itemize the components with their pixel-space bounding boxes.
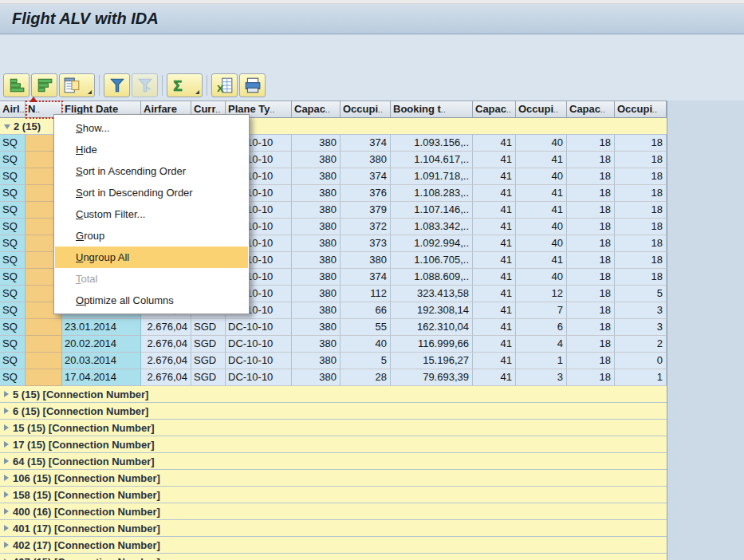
table-cell[interactable]: 66 xyxy=(341,302,391,319)
menu-item[interactable]: Optimize all Columns xyxy=(55,290,248,311)
group-row-collapsed[interactable]: 402 (17) [Connection Number] xyxy=(0,537,667,554)
table-cell[interactable]: 20.02.2014 xyxy=(62,336,141,353)
group-row-collapsed[interactable]: 17 (15) [Connection Number] xyxy=(0,436,667,453)
table-cell[interactable]: 380 xyxy=(292,319,341,336)
table-cell[interactable]: 380 xyxy=(292,269,341,286)
table-cell[interactable]: 41 xyxy=(473,252,516,269)
table-cell[interactable]: 2.676,04 xyxy=(141,336,191,353)
table-cell[interactable]: 380 xyxy=(292,135,341,152)
table-cell[interactable]: 41 xyxy=(473,286,516,302)
group-row-collapsed[interactable]: 158 (15) [Connection Number] xyxy=(0,487,667,503)
table-cell[interactable] xyxy=(26,319,62,336)
menu-item[interactable]: Hide xyxy=(55,139,248,160)
table-cell[interactable]: 18 xyxy=(615,202,667,219)
export-spreadsheet-button[interactable]: x xyxy=(211,73,238,97)
table-cell[interactable]: SQ xyxy=(0,252,26,269)
table-cell[interactable]: 5 xyxy=(615,286,667,302)
table-cell[interactable]: SQ xyxy=(0,286,26,302)
table-cell[interactable]: 20.03.2014 xyxy=(62,353,141,369)
table-cell[interactable]: 379 xyxy=(341,202,391,219)
table-cell[interactable]: 373 xyxy=(341,235,391,252)
table-cell[interactable]: 2.676,04 xyxy=(141,353,191,369)
table-cell[interactable]: 18 xyxy=(615,168,667,185)
table-cell[interactable]: 380 xyxy=(341,252,391,269)
table-cell[interactable]: 1.104.617,.. xyxy=(391,152,473,168)
table-cell[interactable]: 1.106.705,.. xyxy=(391,252,473,269)
table-cell[interactable]: 3 xyxy=(615,319,667,336)
table-cell[interactable]: SQ xyxy=(0,235,26,252)
table-cell[interactable]: 18 xyxy=(567,152,615,168)
table-cell[interactable]: 41 xyxy=(473,353,516,369)
table-cell[interactable]: 116.999,66 xyxy=(391,336,473,353)
table-cell[interactable]: 18 xyxy=(567,252,615,269)
group-row-collapsed[interactable]: 401 (17) [Connection Number] xyxy=(0,520,667,537)
table-cell[interactable]: 374 xyxy=(341,269,391,286)
table-cell[interactable]: 18 xyxy=(567,286,615,302)
table-cell[interactable]: SQ xyxy=(0,135,26,152)
table-cell[interactable]: SGD xyxy=(191,353,226,369)
sort-ascending-button[interactable] xyxy=(3,73,30,97)
table-cell[interactable]: DC-10-10 xyxy=(226,336,292,353)
table-cell[interactable]: 18 xyxy=(567,185,615,202)
table-cell[interactable]: SQ xyxy=(0,168,26,185)
table-cell[interactable]: 1.083.342,.. xyxy=(391,219,473,235)
table-cell[interactable]: 6 xyxy=(516,319,567,336)
column-header[interactable]: Occupi.. xyxy=(516,101,567,118)
column-header[interactable]: Occupi.. xyxy=(615,101,667,118)
table-cell[interactable]: SQ xyxy=(0,302,26,319)
table-cell[interactable]: DC-10-10 xyxy=(226,369,292,386)
table-cell[interactable]: 0 xyxy=(615,353,667,369)
table-cell[interactable]: 18 xyxy=(615,269,667,286)
table-cell[interactable]: 18 xyxy=(567,302,615,319)
table-cell[interactable] xyxy=(26,336,62,353)
menu-item[interactable]: Ungroup All xyxy=(55,246,248,268)
table-cell[interactable]: SGD xyxy=(191,319,226,336)
table-cell[interactable]: 55 xyxy=(341,319,391,336)
table-cell[interactable]: 18 xyxy=(615,235,667,252)
menu-item[interactable]: Sort in Descending Order xyxy=(55,182,248,203)
table-cell[interactable]: 41 xyxy=(473,319,516,336)
table-cell[interactable]: 1.093.156,.. xyxy=(391,135,473,152)
table-cell[interactable]: 192.308,14 xyxy=(391,302,473,319)
table-cell[interactable]: 41 xyxy=(473,168,516,185)
table-cell[interactable]: 372 xyxy=(341,219,391,235)
table-cell[interactable]: 380 xyxy=(341,152,391,168)
table-cell[interactable]: 5 xyxy=(341,353,391,369)
column-header[interactable]: Capac.. xyxy=(567,101,615,118)
table-cell[interactable]: 41 xyxy=(473,185,516,202)
table-cell[interactable]: 2 xyxy=(615,336,667,353)
table-cell[interactable]: 41 xyxy=(473,302,516,319)
menu-item[interactable]: Sort in Ascending Order xyxy=(55,160,248,182)
table-cell[interactable]: 40 xyxy=(516,235,567,252)
choose-layout-button[interactable] xyxy=(59,73,95,97)
table-cell[interactable]: SQ xyxy=(0,219,26,235)
table-cell[interactable]: 41 xyxy=(473,336,516,353)
table-cell[interactable]: 40 xyxy=(516,269,567,286)
table-cell[interactable]: 18 xyxy=(567,235,615,252)
table-cell[interactable] xyxy=(26,353,62,369)
table-cell[interactable]: 18 xyxy=(567,135,615,152)
table-cell[interactable]: 380 xyxy=(292,219,341,235)
table-cell[interactable]: 18 xyxy=(567,202,615,219)
column-header[interactable]: Capac.. xyxy=(292,101,341,118)
table-cell[interactable]: 376 xyxy=(341,185,391,202)
column-header[interactable]: Airl.. xyxy=(0,101,26,118)
table-cell[interactable]: SQ xyxy=(0,185,26,202)
print-button[interactable] xyxy=(239,73,266,97)
table-cell[interactable]: 7 xyxy=(516,302,567,319)
table-cell[interactable]: 41 xyxy=(473,269,516,286)
table-cell[interactable]: 41 xyxy=(473,152,516,168)
table-cell[interactable]: SQ xyxy=(0,269,26,286)
table-cell[interactable]: 18 xyxy=(567,319,615,336)
table-cell[interactable]: SQ xyxy=(0,336,26,353)
table-cell[interactable]: 41 xyxy=(516,252,567,269)
table-cell[interactable]: 380 xyxy=(292,369,341,386)
table-cell[interactable]: 41 xyxy=(473,135,516,152)
table-cell[interactable]: 41 xyxy=(473,219,516,235)
table-cell[interactable]: 380 xyxy=(292,336,341,353)
table-cell[interactable]: SGD xyxy=(191,336,226,353)
table-cell[interactable]: SQ xyxy=(0,319,26,336)
table-cell[interactable]: 380 xyxy=(292,152,341,168)
table-cell[interactable]: 28 xyxy=(341,369,391,386)
sort-descending-button[interactable] xyxy=(31,73,57,97)
